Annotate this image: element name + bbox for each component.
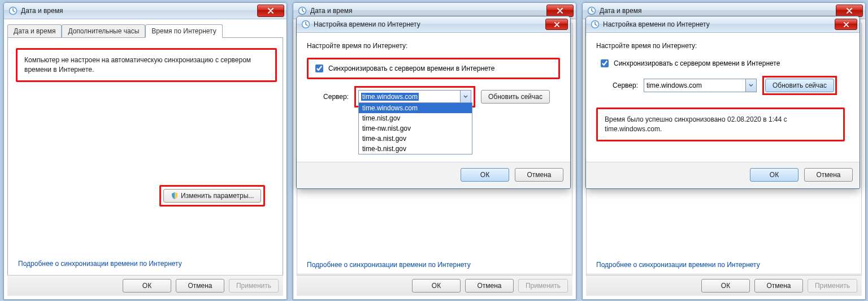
window-button-row: ОК Отмена Применить	[7, 275, 283, 296]
apply-button: Применить	[229, 279, 279, 293]
window-title: Дата и время	[310, 7, 546, 15]
ok-button[interactable]: ОК	[701, 279, 750, 293]
server-selected-value: time.windows.com	[646, 81, 702, 89]
apply-button: Применить	[518, 279, 568, 293]
internet-time-settings-dialog: Настройка времени по Интернету Настройте…	[296, 16, 571, 189]
learn-more-link[interactable]: Подробнее о синхронизации времени по Инт…	[596, 261, 760, 269]
server-label: Сервер:	[317, 93, 349, 101]
cancel-button[interactable]: Отмена	[465, 279, 514, 293]
server-combobox[interactable]: time.windows.com time.windows.com time.n…	[358, 90, 471, 104]
server-option[interactable]: time-b.nist.gov	[359, 144, 472, 154]
update-now-button[interactable]: Обновить сейчас	[481, 90, 550, 104]
dialog-ok-button[interactable]: ОК	[750, 168, 798, 182]
window-button-row: ОК Отмена Применить	[586, 275, 862, 296]
update-now-button[interactable]: Обновить сейчас	[765, 79, 834, 92]
datetime-window: Дата и время Дата и время Дополнительные…	[3, 2, 287, 300]
server-row: Сервер: time.windows.com time.windows.co…	[317, 86, 560, 108]
sync-success-message: Время было успешно синхронизовано 02.08.…	[596, 108, 845, 141]
apply-button: Применить	[808, 279, 857, 293]
clock-icon	[298, 6, 307, 15]
window-title: Дата и время	[600, 7, 836, 15]
tabstrip: Дата и время Дополнительные часы Время п…	[7, 24, 287, 37]
server-combobox[interactable]: time.windows.com	[644, 79, 757, 92]
dialog-title: Настройка времени по Интернету	[314, 20, 545, 28]
dialog-close-button[interactable]	[835, 19, 857, 30]
dialog-close-button[interactable]	[545, 19, 568, 30]
server-option[interactable]: time.nist.gov	[359, 113, 472, 123]
window-button-row: ОК Отмена Применить	[297, 275, 572, 296]
server-selected-value: time.windows.com	[361, 93, 419, 101]
server-combo-box[interactable]: time.windows.com	[644, 79, 757, 92]
panel-2: Дата и время Подробнее о синхронизации в…	[289, 0, 579, 301]
internet-time-settings-dialog: Настройка времени по Интернету Настройте…	[585, 16, 860, 189]
dialog-instruction: Настройте время по Интернету:	[596, 42, 849, 50]
tab-internet-time[interactable]: Время по Интернету	[145, 24, 222, 38]
learn-more-link[interactable]: Подробнее о синхронизации времени по Инт…	[18, 260, 182, 268]
server-combo-highlight: time.windows.com time.windows.com time.n…	[354, 86, 475, 108]
clock-icon	[591, 20, 600, 29]
close-button[interactable]	[257, 5, 284, 17]
learn-more-link[interactable]: Подробнее о синхронизации времени по Инт…	[307, 261, 471, 269]
chevron-down-icon[interactable]	[460, 91, 471, 103]
sync-checkbox-row: Синхронизировать с сервером времени в Ин…	[596, 58, 849, 69]
cancel-button[interactable]: Отмена	[754, 279, 803, 293]
sync-checkbox-label: Синхронизировать с сервером времени в Ин…	[328, 64, 494, 72]
dialog-titlebar: Настройка времени по Интернету	[297, 16, 570, 33]
sync-checkbox-label: Синхронизировать с сервером времени в Ин…	[614, 59, 780, 67]
server-option[interactable]: time-nw.nist.gov	[359, 123, 472, 134]
sync-checkbox[interactable]	[601, 59, 609, 67]
dialog-cancel-button[interactable]: Отмена	[804, 168, 853, 182]
server-combo-box[interactable]: time.windows.com	[358, 90, 471, 104]
dialog-button-row: ОК Отмена	[586, 162, 860, 188]
update-now-highlight: Обновить сейчас	[762, 76, 837, 95]
dialog-cancel-button[interactable]: Отмена	[515, 168, 563, 182]
window-title: Дата и время	[21, 7, 257, 15]
highlight-change-btn: Изменить параметры...	[159, 185, 265, 207]
cancel-button[interactable]: Отмена	[176, 279, 224, 293]
dialog-instruction: Настройте время по Интернету:	[307, 42, 560, 50]
clock-icon	[301, 20, 310, 29]
not-configured-message: Компьютер не настроен на автоматическую …	[16, 48, 277, 82]
sync-checkbox[interactable]	[315, 64, 323, 72]
clock-icon	[587, 6, 596, 15]
close-button[interactable]	[836, 5, 863, 17]
ok-button[interactable]: ОК	[412, 279, 461, 293]
change-settings-label: Изменить параметры...	[181, 192, 254, 200]
sync-checkbox-highlight: Синхронизировать с сервером времени в Ин…	[307, 58, 560, 79]
close-button[interactable]	[546, 5, 574, 17]
tab-panel: Компьютер не настроен на автоматическую …	[7, 37, 283, 276]
chevron-down-icon[interactable]	[745, 79, 756, 92]
dialog-ok-button[interactable]: ОК	[461, 168, 509, 182]
uac-shield-icon	[171, 192, 179, 200]
dialog-titlebar: Настройка времени по Интернету	[586, 16, 860, 33]
dialog-title: Настройка времени по Интернету	[603, 20, 835, 28]
clock-icon	[8, 6, 18, 15]
server-label: Сервер:	[606, 81, 638, 89]
ok-button[interactable]: ОК	[123, 279, 171, 293]
server-option[interactable]: time-a.nist.gov	[359, 134, 472, 144]
panel-1: Дата и время Дата и время Дополнительные…	[0, 0, 289, 301]
server-option[interactable]: time.windows.com	[359, 103, 472, 113]
server-dropdown-list: time.windows.com time.nist.gov time-nw.n…	[358, 102, 472, 154]
dialog-button-row: ОК Отмена	[297, 162, 570, 188]
change-settings-button[interactable]: Изменить параметры...	[163, 189, 261, 203]
server-row: Сервер: time.windows.com Обновить сейчас	[606, 76, 849, 95]
tab-additional-clocks[interactable]: Дополнительные часы	[62, 24, 145, 38]
tab-date-time[interactable]: Дата и время	[7, 24, 62, 38]
window-titlebar: Дата и время	[4, 3, 287, 19]
panel-3: Дата и время Подробнее о синхронизации в…	[579, 0, 868, 301]
